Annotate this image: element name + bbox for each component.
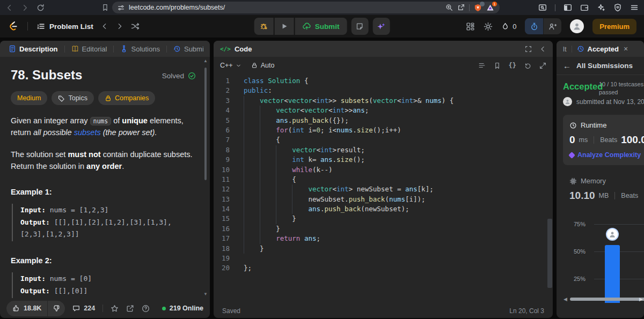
- collapse-panel-icon[interactable]: [539, 46, 546, 53]
- result-panel: lt Accepted × ← All Submissions Accepted: [557, 41, 644, 318]
- braces-icon[interactable]: {}: [509, 62, 516, 69]
- scrollbar-thumb[interactable]: [204, 68, 207, 180]
- daily-streak[interactable]: 0: [501, 23, 516, 31]
- sidebar-toggle-icon[interactable]: [564, 3, 572, 12]
- debug-button[interactable]: [254, 18, 274, 35]
- layout-switcher-icon[interactable]: [466, 22, 475, 31]
- tab-description[interactable]: Description: [6, 45, 60, 53]
- memory-bar[interactable]: [605, 245, 620, 303]
- divider: [103, 305, 103, 312]
- extension-badge: [480, 2, 485, 6]
- bookmark-code-icon[interactable]: [494, 62, 501, 69]
- bookmark-icon[interactable]: [101, 4, 109, 11]
- analyze-complexity-button[interactable]: Analyze Complexity: [569, 151, 644, 159]
- browser-forward-button[interactable]: [21, 4, 29, 12]
- next-problem-button[interactable]: [116, 23, 123, 30]
- tab-accepted[interactable]: Accepted: [577, 45, 619, 53]
- user-avatar[interactable]: [570, 19, 584, 33]
- divider: [27, 22, 28, 31]
- gridline-label-75: 75%: [574, 221, 592, 227]
- share-problem-button[interactable]: [126, 305, 134, 313]
- address-bar[interactable]: leetcode.com/problems/subsets/ 1: [112, 2, 500, 13]
- prev-problem-button[interactable]: [101, 23, 108, 30]
- gridline-75: [594, 224, 644, 225]
- description-scrollbar[interactable]: ▲ ▼: [203, 59, 208, 296]
- problem-list-button[interactable]: Problem List: [36, 22, 93, 31]
- all-submissions-link[interactable]: ← All Submissions: [557, 57, 644, 75]
- timer-button[interactable]: [525, 18, 543, 34]
- auto-mode-selector[interactable]: Auto: [251, 62, 275, 69]
- user-marker: [606, 228, 619, 241]
- wallet-icon[interactable]: [580, 3, 589, 12]
- browser-reload-button[interactable]: [36, 4, 45, 12]
- like-button[interactable]: 18.8K: [6, 301, 47, 316]
- scroll-up-icon[interactable]: ▲: [203, 59, 208, 63]
- screen: leetcode.com/problems/subsets/ 1: [0, 0, 644, 319]
- memory-block[interactable]: Memory 10.10 MB Beats: [563, 177, 644, 202]
- leetcode-navbar: Problem List Submit: [0, 15, 644, 38]
- invite-user-button[interactable]: [543, 18, 561, 34]
- notes-button[interactable]: [351, 18, 368, 35]
- find-on-page-icon[interactable]: [538, 3, 547, 12]
- like-count: 18.8K: [24, 305, 41, 312]
- privacy-shield-icon[interactable]: [613, 3, 622, 12]
- divider: [469, 4, 470, 11]
- scroll-right-icon[interactable]: ▶: [639, 296, 643, 302]
- comment-count: 224: [84, 305, 95, 312]
- maximize-panel-icon[interactable]: [525, 46, 532, 53]
- divider: [555, 4, 555, 11]
- extension-shield-icon[interactable]: [474, 4, 482, 12]
- tab-truncated[interactable]: lt: [563, 45, 567, 53]
- companies-badge[interactable]: Companies: [98, 91, 155, 105]
- submit-button[interactable]: Submit: [295, 18, 347, 35]
- extension-triangle-icon[interactable]: 1: [486, 4, 494, 12]
- testcases-passed: 10 / 10 testcases passed: [599, 80, 644, 97]
- site-permissions-icon[interactable]: [118, 4, 125, 11]
- hscroll-thumb[interactable]: [570, 298, 644, 301]
- help-button[interactable]: [142, 305, 150, 313]
- language-selector[interactable]: C++: [220, 62, 241, 69]
- zoom-page-icon[interactable]: [445, 4, 453, 11]
- chart-horizontal-scrollbar[interactable]: ◀ ▶: [563, 296, 644, 302]
- share-icon[interactable]: [457, 4, 465, 11]
- leetcode-logo[interactable]: [8, 20, 19, 32]
- statement-paragraph-2: The solution set must not contain duplic…: [11, 149, 196, 173]
- reset-code-icon[interactable]: [524, 62, 531, 69]
- tab-solutions[interactable]: Solutions: [118, 45, 162, 53]
- tab-editorial[interactable]: Editorial: [69, 45, 109, 53]
- editor-scrollbar-thumb[interactable]: [547, 219, 552, 288]
- extension-count-badge: 1: [492, 2, 497, 6]
- settings-gear-icon[interactable]: [484, 22, 493, 31]
- difficulty-badge[interactable]: Medium: [11, 91, 47, 105]
- ai-assistant-button[interactable]: [372, 18, 390, 35]
- scroll-down-icon[interactable]: ▼: [203, 292, 208, 296]
- favorite-star-button[interactable]: [111, 305, 119, 313]
- close-tab-icon[interactable]: ×: [624, 45, 628, 53]
- topics-badge[interactable]: Topics: [52, 91, 93, 105]
- code-panel-header: </> Code: [214, 41, 553, 57]
- browser-menu-icon[interactable]: [630, 3, 639, 12]
- comments-button[interactable]: 224: [72, 305, 95, 312]
- copilot-sparkle-icon[interactable]: [597, 3, 605, 12]
- gridline-label-50: 50%: [574, 248, 592, 255]
- code-editor[interactable]: 1234567891011121314151617181920 class So…: [214, 74, 553, 304]
- tab-submissions[interactable]: Submissions: [171, 45, 203, 53]
- divider: [64, 46, 65, 53]
- format-code-icon[interactable]: [478, 62, 486, 69]
- runtime-card[interactable]: Runtime 0 ms Beats 100.00% Analyze Compl…: [563, 115, 644, 165]
- memory-distribution-chart: 75% 50% 25% ◀ ▶: [563, 209, 644, 303]
- expand-editor-icon[interactable]: [539, 62, 546, 69]
- cursor-position[interactable]: Ln 20, Col 3: [509, 307, 544, 315]
- problem-title: 78. Subsets: [11, 68, 82, 83]
- browser-back-button[interactable]: [5, 4, 13, 12]
- run-button[interactable]: [275, 18, 294, 35]
- premium-button[interactable]: Premium: [592, 19, 636, 34]
- random-problem-button[interactable]: [131, 22, 140, 31]
- scroll-left-icon[interactable]: ◀: [564, 296, 567, 302]
- editor-code[interactable]: class Solution {public:vector<vector<int…: [244, 76, 553, 304]
- runtime-label: Runtime: [581, 121, 606, 129]
- url-text[interactable]: leetcode.com/problems/subsets/: [129, 4, 441, 11]
- dislike-button[interactable]: [48, 301, 65, 316]
- description-footer: 18.8K 224 219 Online: [0, 299, 210, 318]
- memory-unit: MB: [599, 192, 609, 199]
